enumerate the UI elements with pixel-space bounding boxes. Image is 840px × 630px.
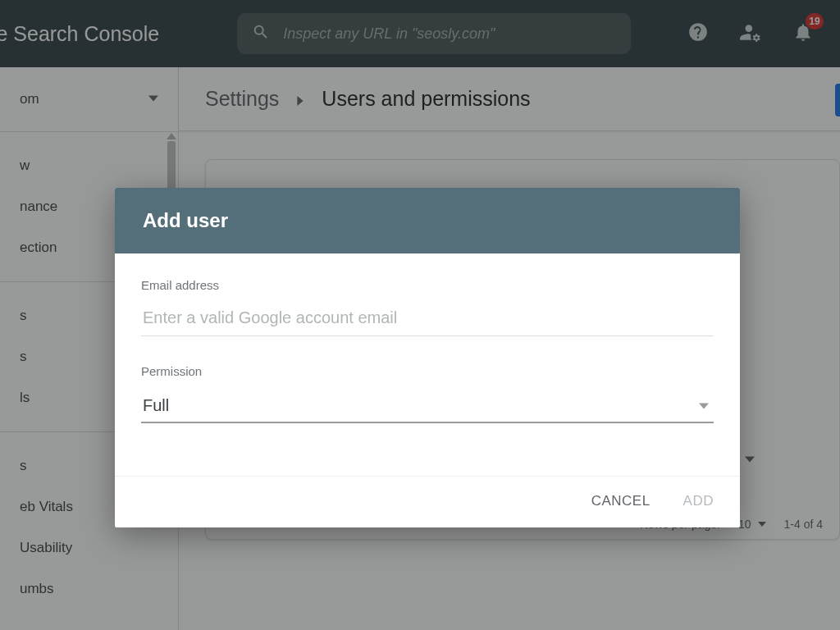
email-label: Email address	[141, 278, 714, 292]
permission-select[interactable]: Full	[141, 390, 714, 423]
cancel-button[interactable]: CANCEL	[591, 493, 651, 509]
permission-label: Permission	[141, 364, 714, 378]
add-button[interactable]: ADD	[683, 493, 714, 509]
add-user-dialog: Add user Email address Permission Full C…	[115, 188, 740, 527]
dialog-header: Add user	[115, 188, 740, 253]
dialog-actions: CANCEL ADD	[115, 477, 740, 527]
email-field[interactable]	[141, 304, 714, 336]
permission-value: Full	[143, 396, 169, 415]
chevron-down-icon	[699, 401, 709, 411]
dialog-title: Add user	[143, 209, 228, 232]
